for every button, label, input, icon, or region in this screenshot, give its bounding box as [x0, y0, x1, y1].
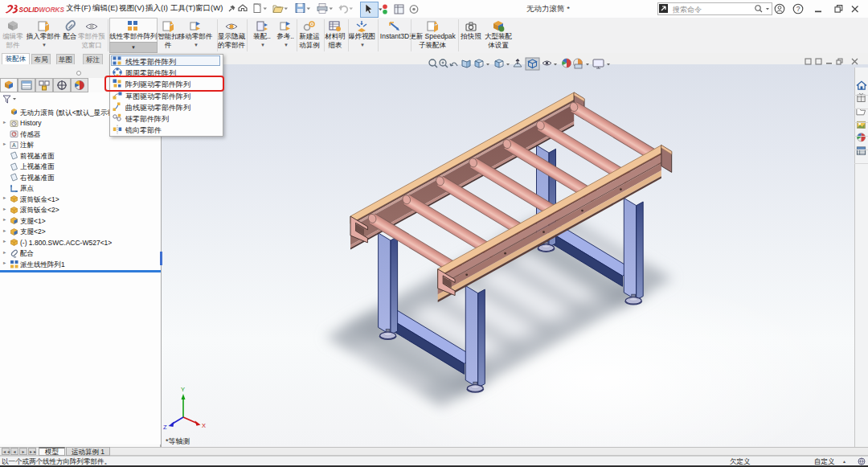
svg-text:?: ?	[796, 5, 800, 13]
svg-text:X: X	[202, 422, 206, 429]
svg-text:Y: Y	[181, 386, 185, 393]
svg-text:Z: Z	[163, 424, 167, 431]
svg-text:A: A	[12, 142, 16, 148]
